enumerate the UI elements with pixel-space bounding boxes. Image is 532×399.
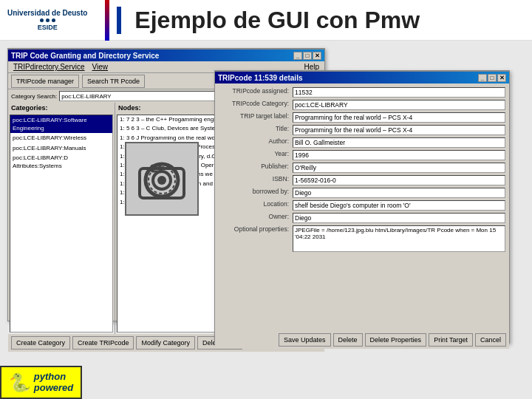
detail-window-title: TRIPcode 11:539 details bbox=[218, 74, 303, 82]
detail-row-6: Publisher: O'Reilly bbox=[219, 163, 505, 173]
field-value-9[interactable]: shelf beside Diego's computer in room 'O… bbox=[293, 200, 505, 211]
page-header: Universidad de Deusto ESIDE Ejemplo de G… bbox=[0, 0, 532, 41]
category-item-0[interactable]: poc:LCE-LIBRARY:Software Engineering bbox=[10, 115, 112, 133]
university-logo: Universidad de Deusto ESIDE bbox=[7, 9, 87, 31]
detail-row-5: Year: 1996 bbox=[219, 150, 505, 160]
delete-button[interactable]: Delete bbox=[333, 333, 363, 347]
python-line2: powered bbox=[34, 383, 73, 393]
detail-close-button[interactable]: ✕ bbox=[497, 74, 506, 82]
field-label-2: TRIP target label: bbox=[219, 112, 293, 120]
menu-directory-service[interactable]: TRIPdirectory.Service bbox=[11, 63, 87, 71]
python-line1: python bbox=[34, 372, 73, 382]
field-value-1[interactable]: poc:LCE-LIBRARY bbox=[293, 100, 505, 110]
detail-row-3: Title: Programming for the real world – … bbox=[219, 125, 505, 135]
camera-icon bbox=[132, 149, 191, 208]
save-updates-button[interactable]: Save Updates bbox=[279, 333, 331, 347]
modify-category-button[interactable]: Modify Category bbox=[136, 336, 195, 349]
header-divider bbox=[105, 0, 109, 42]
field-value-8[interactable]: Diego bbox=[293, 188, 505, 198]
detail-row-11: Optional properties: JPEGFile = /home/12… bbox=[219, 225, 505, 252]
category-search-label: Category Search: bbox=[11, 93, 57, 100]
python-snake-icon: 🐍 bbox=[9, 372, 31, 393]
main-area: TRIP Code Granting and Directory Service… bbox=[0, 41, 532, 399]
field-label-10: Owner: bbox=[219, 213, 293, 220]
categories-list[interactable]: poc:LCE-LIBRARY:Software Engineering poc… bbox=[10, 115, 113, 332]
field-label-8: borrowed by: bbox=[219, 188, 293, 195]
field-value-10[interactable]: Diego bbox=[293, 213, 505, 223]
detail-row-2: TRIP target label: Programming for the r… bbox=[219, 112, 505, 123]
close-button[interactable]: ✕ bbox=[313, 52, 321, 60]
category-item-1[interactable]: poc:LCE-LIBRARY:Wireless bbox=[10, 133, 112, 143]
python-powered-badge: 🐍 python powered bbox=[0, 366, 82, 399]
print-target-button[interactable]: Print Target bbox=[429, 333, 473, 347]
field-value-6[interactable]: O'Reilly bbox=[293, 163, 505, 173]
field-value-2[interactable]: Programming for the real world – PCS X-4 bbox=[293, 112, 505, 123]
python-badge-content: 🐍 python powered bbox=[9, 372, 73, 393]
field-value-4[interactable]: Bill O. Gallmeister bbox=[293, 137, 505, 148]
detail-row-0: TRIPcode assigned: 11532 bbox=[219, 87, 505, 98]
field-label-11: Optional properties: bbox=[219, 225, 293, 233]
university-name: Universidad de Deusto bbox=[7, 9, 87, 17]
detail-maximize-button[interactable]: □ bbox=[488, 74, 497, 82]
field-value-11[interactable]: JPEGFile = /home/123.jpg.blu htm/Library… bbox=[293, 225, 505, 252]
field-label-9: Location: bbox=[219, 200, 293, 208]
minimize-button[interactable]: _ bbox=[293, 52, 302, 60]
category-item-2[interactable]: poc:LCE-LIBRARY:Manuals bbox=[10, 143, 112, 153]
field-label-3: Title: bbox=[219, 125, 293, 132]
categories-panel: Categories: poc:LCE-LIBRARY:Software Eng… bbox=[8, 103, 115, 334]
detail-window-titlebar: TRIPcode 11:539 details _ □ ✕ bbox=[215, 72, 509, 83]
detail-minimize-button[interactable]: _ bbox=[478, 74, 487, 82]
main-window-titlebar: TRIP Code Granting and Directory Service… bbox=[8, 50, 324, 61]
cancel-button[interactable]: Cancel bbox=[475, 333, 506, 347]
field-label-4: Author: bbox=[219, 137, 293, 145]
python-text: python powered bbox=[34, 372, 73, 393]
detail-row-7: ISBN: 1-56592-016-0 bbox=[219, 175, 505, 185]
field-label-5: Year: bbox=[219, 150, 293, 157]
page-title: Ejemplo de GUI con Pmw bbox=[117, 7, 420, 34]
main-window-title: TRIP Code Granting and Directory Service bbox=[11, 52, 159, 60]
department-name: ESIDE bbox=[38, 24, 58, 31]
detail-row-9: Location: shelf beside Diego's computer … bbox=[219, 200, 505, 211]
field-value-3[interactable]: Programming for the real world – PCS X-4 bbox=[293, 125, 505, 135]
detail-row-1: TRIPcode Category: poc:LCE-LIBRARY bbox=[219, 100, 505, 110]
field-label-6: Publisher: bbox=[219, 163, 293, 170]
titlebar-buttons: _ □ ✕ bbox=[293, 52, 321, 60]
field-label-7: ISBN: bbox=[219, 175, 293, 183]
detail-window: TRIPcode 11:539 details _ □ ✕ TRIPcode a… bbox=[214, 70, 510, 344]
detail-row-10: Owner: Diego bbox=[219, 213, 505, 223]
field-label-1: TRIPcode Category: bbox=[219, 100, 293, 107]
field-value-5[interactable]: 1996 bbox=[293, 150, 505, 160]
create-tripcode-button[interactable]: Create TRIPcode bbox=[72, 336, 134, 349]
maximize-button[interactable]: □ bbox=[303, 52, 312, 60]
category-item-3[interactable]: poc:LCE-LIBRARY:D Attributes:Systems bbox=[10, 153, 112, 171]
search-trpcode-button[interactable]: Search TR Pcode bbox=[82, 75, 145, 88]
detail-row-8: borrowed by: Diego bbox=[219, 188, 505, 198]
logo-decoration bbox=[40, 18, 55, 22]
detail-row-4: Author: Bill O. Gallmeister bbox=[219, 137, 505, 148]
detail-bottom-buttons: Save Updates Delete Delete Properties Pr… bbox=[215, 331, 509, 349]
field-value-7[interactable]: 1-56592-016-0 bbox=[293, 175, 505, 185]
field-label-0: TRIPcode assigned: bbox=[219, 87, 293, 95]
menu-view[interactable]: View bbox=[90, 63, 111, 71]
create-category-button[interactable]: Create Category bbox=[11, 336, 70, 349]
tripcode-manager-button[interactable]: TRIPcode manager bbox=[11, 75, 79, 88]
svg-point-2 bbox=[157, 176, 166, 185]
camera-image-area bbox=[125, 142, 199, 216]
categories-label: Categories: bbox=[8, 103, 115, 113]
delete-properties-button[interactable]: Delete Properties bbox=[365, 333, 427, 347]
field-value-0[interactable]: 11532 bbox=[293, 87, 505, 98]
detail-content: TRIPcode assigned: 11532 TRIPcode Catego… bbox=[215, 83, 509, 331]
detail-titlebar-buttons: _ □ ✕ bbox=[478, 74, 506, 82]
